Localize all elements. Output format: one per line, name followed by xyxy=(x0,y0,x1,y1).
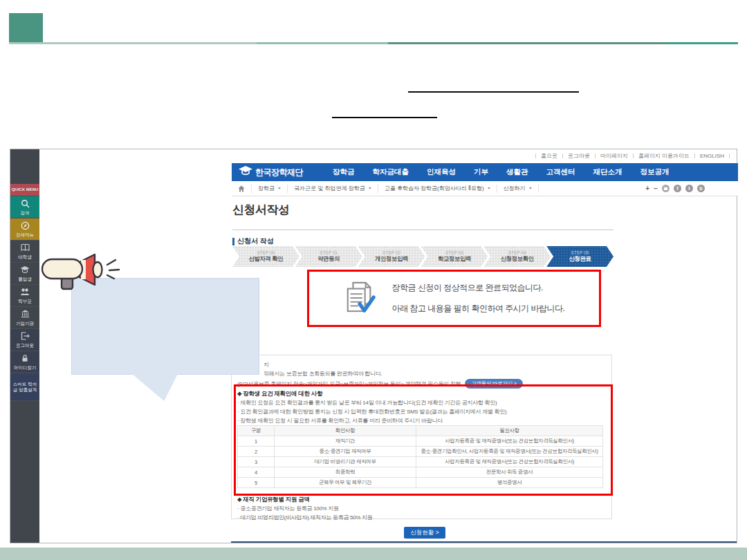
step-label: 신청정보확인 xyxy=(501,255,534,263)
cell: 4 xyxy=(238,467,275,478)
col-header: 확인사항 xyxy=(275,426,416,436)
bank-icon xyxy=(21,310,30,319)
sidebar-item-institution[interactable]: 기업기관 xyxy=(10,307,39,329)
separator xyxy=(729,153,730,158)
cell: 최종학력 xyxy=(275,467,416,478)
completion-line-2: 아래 참고 내용을 필히 확인하여 주시기 바랍니다. xyxy=(392,303,565,315)
sidebar-item-label: 로그아웃 xyxy=(16,343,34,348)
notice-panel: 지 위해서는 보증보험 조회동의를 완료하여야 합니다. (SGI서울보증 홈페… xyxy=(231,355,612,519)
step-indicator: STEP 00선발자격 확인 STEP 01약관동의 STEP 02개인정보입력… xyxy=(232,246,614,267)
breadcrumb-item-category[interactable]: 국가근로 및 취업연계 장학금 xyxy=(288,185,378,192)
sidebar-item-smart-plan[interactable]: 스마트 학자금 맞춤설계 xyxy=(10,373,39,401)
required-documents-table: 구분 확인사항 필요사항 1 재직기간 사업자등록증 및 재직증명서(또는 건강… xyxy=(237,425,603,488)
kosaf-logo[interactable]: 한국장학재단 xyxy=(239,166,303,179)
recheck-bullet-2: · 요건 확인결과에 대한 확인방법 통지는 신청 시 입력한 휴대전화번호로 … xyxy=(237,408,506,416)
step-label: 학교정보입력 xyxy=(438,255,471,263)
sidebar-item-label: 기업기관 xyxy=(16,321,34,326)
nav-menu: 장학금 학자금대출 인재육성 기부 생활관 고객센터 재단소개 정보공개 xyxy=(324,167,679,177)
breadcrumb-item-scholarship[interactable]: 장학금 xyxy=(252,185,287,192)
nav-item-donation[interactable]: 기부 xyxy=(465,167,497,177)
font-smaller-button[interactable]: − xyxy=(654,185,658,192)
breadcrumb: 장학금 국가근로 및 취업연계 장학금 고졸 후학습자 장학금(희망사다리 Ⅱ유… xyxy=(232,181,738,196)
compass-icon xyxy=(21,221,30,232)
breadcrumb-item-apply[interactable]: 신청하기 xyxy=(497,185,538,192)
notice-obscured-line-2: 위해서는 보증보험 조회동의를 완료하여야 합니다. xyxy=(264,370,382,377)
table-row: 2 중소·중견기업 재직여부 중소·중견기업확인서, 사업자등록증 및 재직증명… xyxy=(238,447,603,457)
recheck-heading: ◆ 장학생 요건 재확인에 대한 사항 xyxy=(237,390,322,398)
utility-link-mypage[interactable]: 마이페이지 xyxy=(596,152,633,160)
print-icon[interactable] xyxy=(662,185,670,192)
nav-item-talent[interactable]: 인재육성 xyxy=(418,167,465,177)
step-00: STEP 00선발자격 확인 xyxy=(232,246,299,267)
page-tools: + − f t b xyxy=(645,185,705,192)
step-label: 신청완료 xyxy=(569,255,591,263)
breadcrumb-item-program[interactable]: 고졸 후학습자 장학금(희망사다리 Ⅱ유형) xyxy=(378,185,497,192)
step-number: STEP 01 xyxy=(320,250,338,255)
completion-message-box: 장학금 신청이 정상적으로 완료되었습니다. 아래 참고 내용을 필히 확인하여… xyxy=(307,270,601,327)
completion-line-1: 장학금 신청이 정상적으로 완료되었습니다. xyxy=(392,282,565,294)
redacted-underline-1 xyxy=(408,82,579,93)
nav-item-loan[interactable]: 학자금대출 xyxy=(364,167,418,177)
speech-bubble-tail xyxy=(132,374,178,401)
sidebar-item-all-menu[interactable]: 전체메뉴 xyxy=(10,218,39,241)
section-title: 신청서 작성 xyxy=(232,236,274,246)
breadcrumb-label: 신청하기 xyxy=(504,185,526,192)
nav-item-customer-center[interactable]: 고객센터 xyxy=(537,167,584,177)
font-larger-button[interactable]: + xyxy=(645,185,649,192)
sidebar-item-search[interactable]: 검색 xyxy=(10,196,39,218)
application-status-button[interactable]: 신청현황 > xyxy=(404,527,445,539)
nav-item-scholarship[interactable]: 장학금 xyxy=(324,167,364,177)
sidebar-item-university-student[interactable]: 대학생 xyxy=(10,241,39,263)
utility-link-guide[interactable]: 홈페이지 이용가이드 xyxy=(634,152,694,160)
utility-link-logout[interactable]: 로그아웃 xyxy=(563,152,595,160)
logo-text: 한국장학재단 xyxy=(255,167,303,178)
breadcrumb-label: 장학금 xyxy=(258,185,275,192)
completion-text: 장학금 신청이 정상적으로 완료되었습니다. 아래 참고 내용을 필히 확인하여… xyxy=(392,282,565,315)
sidebar-item-parents[interactable]: 학부모 xyxy=(10,285,39,307)
nav-item-disclosure[interactable]: 정보공개 xyxy=(631,167,679,177)
table-row: 1 재직기간 사업자등록증 및 재직증명서(또는 건강보험자격득실확인서) xyxy=(238,436,603,447)
blog-icon[interactable]: b xyxy=(697,185,705,192)
step-05-active: STEP 05신청완료 xyxy=(546,246,614,267)
twitter-icon[interactable]: t xyxy=(685,185,693,192)
table-row: 4 최종학력 전문학사 취득 증명서 xyxy=(238,467,603,478)
sidebar-item-label: 학부모 xyxy=(18,299,32,304)
facebook-icon[interactable]: f xyxy=(674,185,681,192)
recheck-bullet-1: · 재확인 요청은 요건 확인결과를 통지 받은 날로 부터 14일 이내 가능… xyxy=(237,399,497,407)
breadcrumb-label: 고졸 후학습자 장학금(희망사다리 Ⅱ유형) xyxy=(385,185,484,192)
search-icon xyxy=(21,199,30,209)
table-header-row: 구분 확인사항 필요사항 xyxy=(238,426,603,436)
cell: 군복무 여부 및 복무기간 xyxy=(275,478,416,488)
document-check-icon xyxy=(344,281,376,317)
section-accent-bar xyxy=(232,238,234,245)
consent-shortcut-button[interactable]: 고객동의 바로가기 > xyxy=(465,379,522,389)
header-divider-line xyxy=(9,42,738,44)
utility-link-home[interactable]: 홈으로 xyxy=(536,152,562,160)
sidebar-item-graduate[interactable]: 졸업생 xyxy=(10,263,39,285)
step-number: STEP 03 xyxy=(445,250,463,255)
support-heading: ◆ 재직 기업유형별 지원 금액 xyxy=(237,496,310,504)
cell: 3 xyxy=(238,457,275,467)
notice-obscured-line-1: 지 xyxy=(264,361,269,368)
cell: 전문학사 취득 증명서 xyxy=(416,467,603,478)
nav-item-dormitory[interactable]: 생활관 xyxy=(497,167,537,177)
sidebar-item-find-id[interactable]: 아이디찾기 xyxy=(10,351,39,373)
sidebar-item-label: 전체메뉴 xyxy=(16,232,34,238)
utility-link-english[interactable]: ENGLISH xyxy=(695,153,729,159)
print-glyph xyxy=(664,187,667,190)
sidebar-item-label: 대학생 xyxy=(18,254,32,260)
support-bullet-2: · 대기업 비영리법인(비사업자) 재직자는 등록금 50% 지원 xyxy=(237,514,372,521)
utility-links: 홈으로 로그아웃 마이페이지 홈페이지 이용가이드 ENGLISH xyxy=(535,152,730,160)
cell: 중소·중견기업확인서, 사업자등록증 및 재직증명서(또는 건강보험자격득실확인… xyxy=(416,447,603,457)
step-04: STEP 04신청정보확인 xyxy=(483,246,551,267)
cell: 사업자등록증 및 재직증명서(또는 건강보험자격득실확인서) xyxy=(416,457,603,467)
step-label: 선발자격 확인 xyxy=(248,255,283,263)
nav-item-about[interactable]: 재단소개 xyxy=(584,167,631,177)
sidebar-item-logout[interactable]: 로그아웃 xyxy=(10,329,39,351)
col-header: 필요사항 xyxy=(416,426,603,436)
cell: 2 xyxy=(238,447,275,457)
page-title: 신청서작성 xyxy=(232,202,290,218)
support-bullet-1: · 중소중견기업 재직자는 등록금 100% 지원 xyxy=(237,505,339,512)
home-icon[interactable] xyxy=(232,185,251,192)
users-icon xyxy=(20,288,30,297)
